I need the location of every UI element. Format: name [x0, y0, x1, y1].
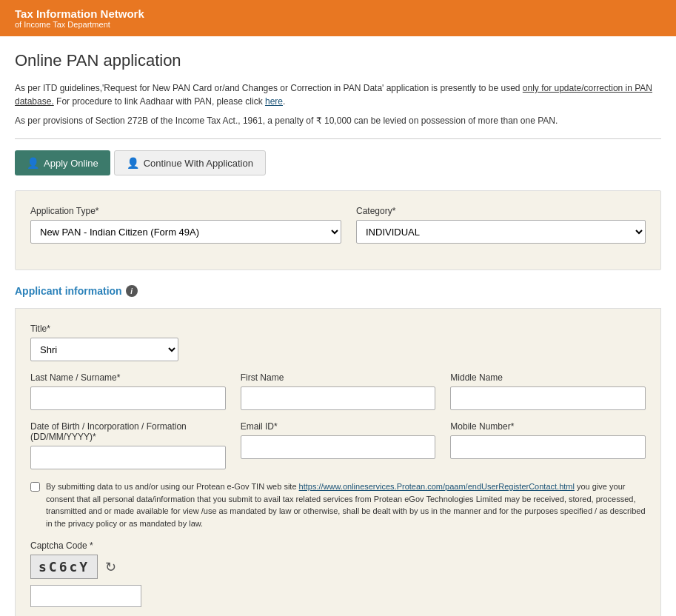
consent-text: By submitting data to us and/or using ou… [46, 481, 646, 529]
first-name-group: First Name [241, 372, 436, 410]
category-select[interactable]: INDIVIDUAL HUF COMPANY FIRM [356, 220, 646, 244]
mobile-input[interactable] [450, 435, 646, 459]
applicant-section: Title* Shri Smt Kumari M/s Last Name / S… [15, 308, 661, 616]
dob-input[interactable] [30, 446, 226, 469]
mobile-group: Mobile Number* [450, 421, 646, 469]
first-name-input[interactable] [241, 386, 436, 410]
captcha-label: Captcha Code * [30, 540, 646, 551]
last-name-input[interactable] [30, 386, 226, 410]
title-group: Title* Shri Smt Kumari M/s [30, 324, 178, 361]
info-icon[interactable]: i [126, 285, 138, 297]
consent-row: By submitting data to us and/or using ou… [30, 481, 646, 529]
name-row: Last Name / Surname* First Name Middle N… [30, 372, 646, 410]
main-content: Online PAN application As per ITD guidel… [0, 36, 676, 616]
application-type-select[interactable]: New PAN - Indian Citizen (Form 49A) New … [30, 220, 341, 244]
last-name-label: Last Name / Surname* [30, 372, 226, 383]
title-label: Title* [30, 324, 178, 334]
header-logo: Tax Information Network of Income Tax De… [15, 7, 144, 29]
consent-checkbox[interactable] [30, 482, 40, 492]
dob-group: Date of Birth / Incorporation / Formatio… [30, 421, 226, 469]
middle-name-group: Middle Name [450, 372, 646, 410]
email-group: Email ID* [241, 421, 436, 469]
tab-continue-application[interactable]: 👤 Continue With Application [114, 150, 266, 175]
here-link[interactable]: here [265, 96, 283, 107]
email-label: Email ID* [241, 421, 436, 432]
user-add-icon: 👤 [27, 157, 39, 169]
tab-bar: 👤 Apply Online 👤 Continue With Applicati… [15, 150, 661, 175]
application-type-label: Application Type* [30, 206, 341, 216]
mobile-label: Mobile Number* [450, 421, 646, 432]
middle-name-label: Middle Name [450, 372, 646, 383]
applicant-info-header: Applicant information i [15, 285, 661, 297]
first-name-label: First Name [241, 372, 436, 383]
header-title-sub: of Income Tax Department [15, 20, 144, 29]
captcha-image: sC6cY [30, 555, 98, 579]
guideline-notice: As per ITD guidelines,'Request for New P… [15, 81, 661, 108]
email-input[interactable] [241, 435, 436, 459]
captcha-section: Captcha Code * sC6cY ↻ [30, 540, 646, 607]
captcha-refresh-icon[interactable]: ↻ [105, 559, 116, 575]
tab-apply-online[interactable]: 👤 Apply Online [15, 150, 110, 175]
applicant-section-title: Applicant information i [15, 285, 661, 297]
middle-name-input[interactable] [450, 386, 646, 410]
captcha-input[interactable] [30, 585, 141, 607]
application-type-group: Application Type* New PAN - Indian Citiz… [30, 206, 341, 244]
penalty-notice: As per provisions of Section 272B of the… [15, 114, 661, 127]
title-row: Title* Shri Smt Kumari M/s [30, 324, 646, 361]
category-label: Category* [356, 206, 646, 216]
dob-label: Date of Birth / Incorporation / Formatio… [30, 421, 226, 442]
last-name-group: Last Name / Surname* [30, 372, 226, 410]
dob-email-mobile-row: Date of Birth / Incorporation / Formatio… [30, 421, 646, 469]
page-title: Online PAN application [15, 51, 661, 70]
continue-icon: 👤 [127, 157, 139, 169]
title-select[interactable]: Shri Smt Kumari M/s [30, 338, 178, 361]
divider [15, 138, 661, 139]
category-group: Category* INDIVIDUAL HUF COMPANY FIRM [356, 206, 646, 244]
app-type-row: Application Type* New PAN - Indian Citiz… [30, 206, 646, 244]
consent-link[interactable]: https://www.onlineservices.Protean.com/p… [299, 482, 575, 491]
header-title-main: Tax Information Network [15, 7, 144, 20]
application-type-section: Application Type* New PAN - Indian Citiz… [15, 190, 661, 270]
header: Tax Information Network of Income Tax De… [0, 0, 676, 36]
captcha-row: sC6cY ↻ [30, 555, 646, 579]
